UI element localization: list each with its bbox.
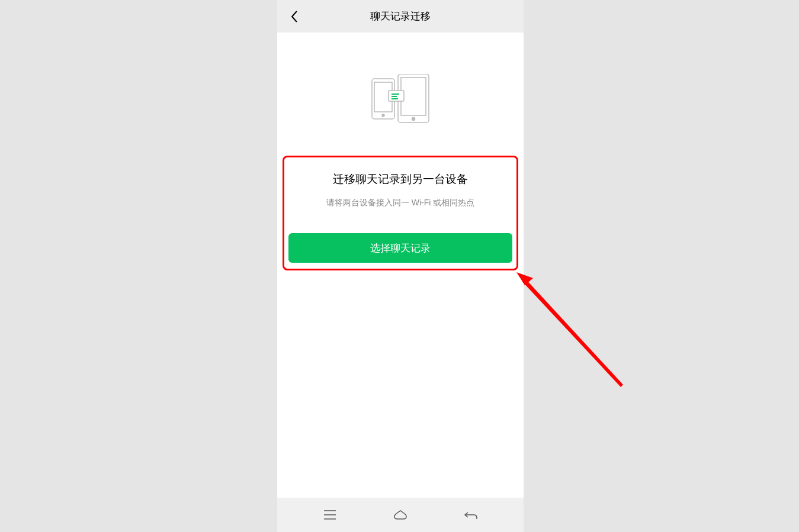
menu-icon [323,510,337,520]
chevron-left-icon [290,9,299,24]
page-title: 聊天记录迁移 [277,9,524,23]
section-subtitle: 请将两台设备接入同一 Wi-Fi 或相同热点 [326,198,474,208]
return-icon [463,510,479,520]
transfer-illustration-icon [371,74,430,124]
content-area: 迁移聊天记录到另一台设备 请将两台设备接入同一 Wi-Fi 或相同热点 选择聊天… [277,33,524,263]
nav-menu-button[interactable] [312,503,348,527]
nav-home-button[interactable] [383,503,418,527]
header-bar: 聊天记录迁移 [277,0,524,33]
section-title: 迁移聊天记录到另一台设备 [333,172,468,187]
select-chat-history-button[interactable]: 选择聊天记录 [288,233,512,263]
svg-point-2 [382,114,384,117]
back-button[interactable] [285,8,303,25]
annotation-arrow-icon [511,266,629,393]
nav-back-button[interactable] [453,503,489,527]
svg-point-5 [412,118,415,121]
svg-rect-4 [401,78,426,115]
phone-screen: 聊天记录迁移 迁移聊天记录到另一台设备 请将两台设备接入同一 Wi-Fi 或相同… [277,0,524,532]
svg-marker-14 [522,278,623,387]
button-label: 选择聊天记录 [370,241,431,255]
system-nav-bar [277,498,524,532]
home-icon [393,509,408,521]
